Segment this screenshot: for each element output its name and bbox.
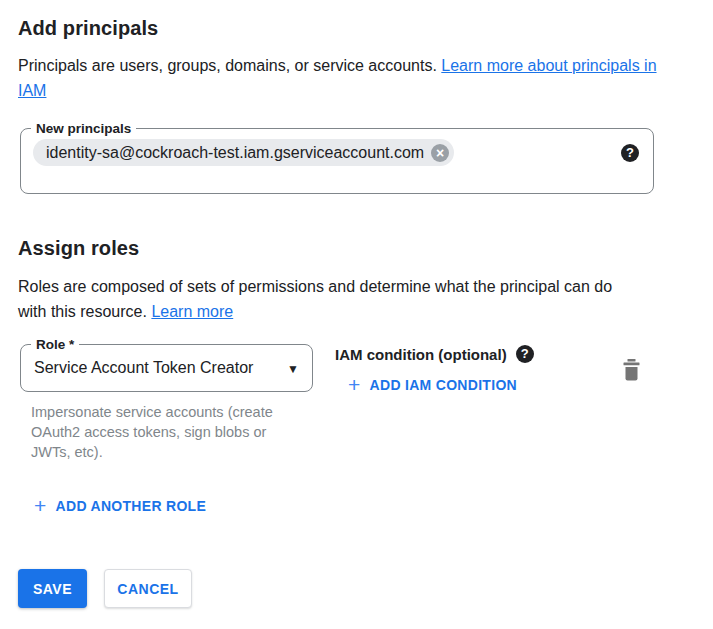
plus-icon: +	[348, 375, 361, 395]
new-principals-field[interactable]: New principals identity-sa@cockroach-tes…	[20, 128, 654, 194]
add-iam-condition-button[interactable]: + ADD IAM CONDITION	[348, 375, 534, 395]
principal-chip-value: identity-sa@cockroach-test.iam.gservicea…	[46, 139, 424, 166]
chip-remove-icon[interactable]: ×	[431, 144, 449, 162]
principal-chip: identity-sa@cockroach-test.iam.gservicea…	[33, 139, 454, 166]
cancel-button[interactable]: CANCEL	[104, 569, 192, 608]
role-row: Role * Service Account Token Creator ▼ I…	[18, 344, 713, 462]
add-iam-condition-label: ADD IAM CONDITION	[370, 373, 517, 398]
add-another-role-button[interactable]: + ADD ANOTHER ROLE	[34, 496, 713, 516]
assign-roles-description: Roles are composed of sets of permission…	[18, 274, 633, 324]
trash-icon	[622, 359, 641, 381]
iam-condition-column: IAM condition (optional) ? + ADD IAM CON…	[335, 344, 534, 395]
action-buttons: SAVE CANCEL	[18, 569, 713, 608]
role-select[interactable]: Role * Service Account Token Creator ▼	[20, 344, 313, 392]
learn-more-roles-link[interactable]: Learn more	[151, 303, 233, 320]
iam-condition-header: IAM condition (optional) ?	[335, 344, 534, 364]
delete-role-button[interactable]	[622, 359, 641, 381]
iam-condition-help-icon[interactable]: ?	[516, 345, 534, 363]
add-another-role-label: ADD ANOTHER ROLE	[56, 494, 207, 519]
role-column: Role * Service Account Token Creator ▼ I…	[20, 344, 313, 462]
save-button[interactable]: SAVE	[18, 569, 87, 608]
assign-roles-title: Assign roles	[18, 236, 713, 260]
add-principals-panel: Add principals Principals are users, gro…	[0, 0, 713, 608]
intro-paragraph: Principals are users, groups, domains, o…	[18, 53, 660, 103]
plus-icon: +	[34, 496, 47, 516]
iam-condition-label: IAM condition (optional)	[335, 342, 507, 367]
new-principals-label: New principals	[31, 121, 136, 137]
role-label: Role *	[31, 337, 79, 353]
role-helper-text: Impersonate service accounts (create OAu…	[31, 402, 293, 462]
dropdown-caret-icon: ▼	[287, 362, 299, 376]
new-principals-help-icon[interactable]: ?	[621, 144, 639, 162]
intro-description: Principals are users, groups, domains, o…	[18, 57, 437, 74]
assign-roles-description-text: Roles are composed of sets of permission…	[18, 278, 612, 320]
page-title: Add principals	[18, 16, 713, 40]
